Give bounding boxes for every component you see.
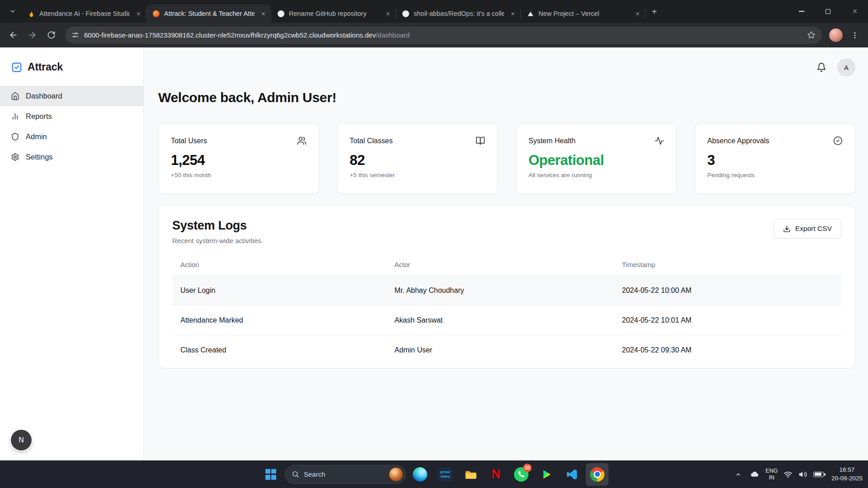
folder-icon xyxy=(464,468,477,481)
tab-search-chevron-icon[interactable] xyxy=(5,4,20,19)
tab-github-redops[interactable]: shoil-abbas/RedOps: it's a colle xyxy=(396,5,521,23)
system-logs-card: System Logs Recent system-wide activitie… xyxy=(158,205,855,368)
address-bar[interactable]: 6000-firebase-anas-1758233908162.cluster… xyxy=(65,27,822,44)
language-primary: ENG xyxy=(765,468,778,474)
taskbar-search[interactable]: Search xyxy=(285,465,406,484)
url-path: /dashboard xyxy=(376,31,410,39)
close-icon[interactable] xyxy=(383,9,392,18)
clock-time: 16:57 xyxy=(840,466,855,474)
brand: Attrack xyxy=(0,47,143,86)
sidebar-item-settings[interactable]: Settings xyxy=(0,147,143,167)
bookmark-star-icon[interactable] xyxy=(807,31,816,39)
sidebar-item-reports[interactable]: Reports xyxy=(0,106,143,127)
search-highlight-image[interactable] xyxy=(388,467,404,482)
browser-menu-kebab-icon[interactable] xyxy=(846,27,863,44)
bar-chart-icon xyxy=(11,112,19,121)
table-row: Attendance Marked Akash Sarswat 2024-05-… xyxy=(172,305,841,335)
site-settings-icon[interactable] xyxy=(71,31,79,39)
taskbar-chrome-button[interactable] xyxy=(586,463,609,486)
close-icon[interactable] xyxy=(633,9,642,18)
user-avatar[interactable]: A xyxy=(837,58,855,76)
search-label: Search xyxy=(304,470,384,478)
maximize-button[interactable] xyxy=(815,0,841,23)
table-row: Class Created Admin User 2024-05-22 09:3… xyxy=(172,335,841,365)
volume-icon[interactable] xyxy=(798,470,807,479)
cell-actor: Admin User xyxy=(387,335,614,365)
check-circle-icon xyxy=(833,136,843,145)
attrack-favicon-icon xyxy=(152,10,160,18)
browser-toolbar: 6000-firebase-anas-1758233908162.cluster… xyxy=(0,23,868,47)
export-csv-button[interactable]: Export CSV xyxy=(774,219,841,239)
reload-button[interactable] xyxy=(42,27,60,44)
stat-card-system-health: System Health Operational All services a… xyxy=(516,123,677,194)
hidden-icons-chevron-icon[interactable] xyxy=(735,471,741,478)
taskbar-edge-button[interactable] xyxy=(409,463,431,486)
stat-value: 3 xyxy=(708,152,843,169)
tab-firebase-studio[interactable]: Attendance Ai - Firebase Studio xyxy=(22,5,146,23)
cell-action: Class Created xyxy=(172,335,387,365)
browser-profile-avatar[interactable] xyxy=(829,28,843,42)
users-icon xyxy=(297,136,307,145)
new-tab-button[interactable] xyxy=(647,5,661,18)
netflix-icon: N xyxy=(491,468,500,480)
taskbar-netflix-button[interactable]: N xyxy=(485,463,507,486)
sidebar-item-label: Settings xyxy=(26,153,53,161)
taskbar-file-explorer-button[interactable] xyxy=(459,463,482,486)
system-tray: ENG IN 16:57 20-09-2025 xyxy=(735,460,863,488)
stat-card-total-users: Total Users 1,254 +50 this month xyxy=(158,123,319,194)
sidebar-item-admin[interactable]: Admin xyxy=(0,127,143,147)
clock-date: 20-09-2025 xyxy=(831,474,863,483)
stat-title: Total Users xyxy=(171,137,207,145)
windows-start-button[interactable] xyxy=(259,463,282,486)
taskbar-prime-video-button[interactable]: prime video xyxy=(434,463,457,486)
github-icon xyxy=(402,10,410,18)
stat-value: 1,254 xyxy=(171,152,307,169)
stat-card-absence-approvals: Absence Approvals 3 Pending requests xyxy=(695,123,856,194)
battery-icon[interactable] xyxy=(813,472,826,477)
cell-action: Attendance Marked xyxy=(172,305,387,335)
search-icon xyxy=(292,470,299,478)
main-content: A Welcome back, Admin User! Total Users … xyxy=(144,47,868,460)
tab-title: shoil-abbas/RedOps: it's a colle xyxy=(414,10,504,17)
close-icon[interactable] xyxy=(134,9,143,18)
taskbar-vscode-button[interactable] xyxy=(561,463,583,486)
activity-icon xyxy=(655,136,664,145)
tab-title: Attrack: Student & Teacher Atte xyxy=(164,10,255,17)
column-header-action: Action xyxy=(172,256,387,276)
sidebar-item-label: Reports xyxy=(26,112,52,121)
close-icon[interactable] xyxy=(259,9,268,18)
cell-timestamp: 2024-05-22 10:01 AM xyxy=(614,305,841,335)
language-indicator[interactable]: ENG IN xyxy=(765,468,778,481)
tab-title: New Project – Vercel xyxy=(538,10,629,17)
sidebar-item-dashboard[interactable]: Dashboard xyxy=(0,86,143,106)
close-icon[interactable] xyxy=(508,9,517,18)
minimize-button[interactable] xyxy=(788,0,815,23)
screen: Attendance Ai - Firebase Studio Attrack:… xyxy=(0,0,868,488)
logs-table: Action Actor Timestamp User Login Mr. Ab… xyxy=(172,256,841,365)
prime-video-icon: prime video xyxy=(438,467,453,482)
wifi-icon[interactable] xyxy=(783,470,793,479)
tab-github-rename[interactable]: Rename GitHub repository xyxy=(271,5,396,23)
sidebar-user-avatar[interactable]: N xyxy=(11,430,32,450)
clock[interactable]: 16:57 20-09-2025 xyxy=(831,466,863,483)
browser-tabstrip: Attendance Ai - Firebase Studio Attrack:… xyxy=(0,0,868,23)
tab-vercel[interactable]: New Project – Vercel xyxy=(521,5,646,23)
tab-attrack-active[interactable]: Attrack: Student & Teacher Atte xyxy=(146,5,271,23)
stat-title: System Health xyxy=(528,137,576,145)
play-store-icon xyxy=(541,469,552,480)
back-button[interactable] xyxy=(5,27,22,44)
sidebar: Attrack Dashboard Reports xyxy=(0,47,144,460)
onedrive-cloud-icon[interactable] xyxy=(750,469,760,479)
app-header: A xyxy=(158,47,855,83)
close-window-button[interactable] xyxy=(841,0,868,23)
forward-button[interactable] xyxy=(24,27,41,44)
taskbar-whatsapp-button[interactable]: 32 xyxy=(510,463,533,486)
tab-title: Rename GitHub repository xyxy=(289,10,379,17)
bell-icon[interactable] xyxy=(816,62,826,72)
page-title: Welcome back, Admin User! xyxy=(158,90,855,105)
vercel-icon xyxy=(527,10,534,18)
url-domain: 6000-firebase-anas-1758233908162.cluster… xyxy=(84,31,376,39)
taskbar-play-store-button[interactable] xyxy=(535,463,558,486)
column-header-actor: Actor xyxy=(387,256,614,276)
logs-table-header-row: Action Actor Timestamp xyxy=(172,256,841,276)
